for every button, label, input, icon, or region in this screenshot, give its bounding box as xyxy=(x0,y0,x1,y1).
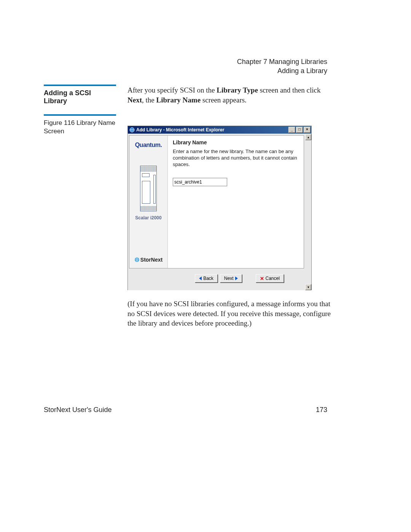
product-logo: StorNext xyxy=(129,257,167,263)
cancel-label: Cancel xyxy=(266,276,280,281)
titlebar: Add Library - Microsoft Internet Explore… xyxy=(128,126,311,134)
next-arrow-icon xyxy=(235,276,238,280)
minimize-button[interactable]: _ xyxy=(288,127,295,133)
intro-text-1: After you specify SCSI on the xyxy=(127,86,217,94)
cancel-button[interactable]: ✕ Cancel xyxy=(256,274,284,283)
library-name-input[interactable] xyxy=(173,178,227,186)
sidebar: Quantum. Scalar i2000 StorNext xyxy=(129,136,168,268)
pane-description: Enter a name for the new library. The na… xyxy=(173,149,298,168)
window-title: Add Library - Microsoft Internet Explore… xyxy=(136,127,224,133)
section-line: Adding a Library xyxy=(237,66,327,75)
intro-text-3: , the xyxy=(142,96,156,104)
chapter-line: Chapter 7 Managing Libraries xyxy=(237,57,327,66)
page-footer: StorNext User's Guide 173 xyxy=(44,406,327,414)
intro-bold-library-type: Library Type xyxy=(217,86,258,94)
scroll-down-button[interactable]: ▾ xyxy=(305,284,311,290)
product-name: StorNext xyxy=(140,257,162,263)
post-paragraph: (If you have no SCSI libraries configure… xyxy=(127,299,333,328)
figure-caption: Figure 116 Library Name Screen xyxy=(44,114,116,136)
intro-paragraph: After you specify SCSI on the Library Ty… xyxy=(127,85,329,105)
next-label: Next xyxy=(224,276,234,281)
ie-icon xyxy=(129,127,135,133)
footer-left: StorNext User's Guide xyxy=(44,406,112,414)
intro-bold-library-name: Library Name xyxy=(156,96,201,104)
close-button[interactable]: × xyxy=(304,127,311,133)
next-button[interactable]: Next xyxy=(220,274,242,283)
globe-icon xyxy=(134,257,140,262)
pane-title: Library Name xyxy=(173,139,298,145)
section-title: Adding a SCSI Library xyxy=(44,85,116,105)
maximize-button[interactable]: □ xyxy=(296,127,303,133)
content-area: ▴ ▾ Quantum. Scalar i2000 xyxy=(128,134,311,290)
main-pane: Library Name Enter a name for the new li… xyxy=(167,136,304,268)
brand-logo: Quantum. xyxy=(129,142,167,149)
back-button[interactable]: Back xyxy=(195,274,218,283)
page-header: Chapter 7 Managing Libraries Adding a Li… xyxy=(237,57,327,76)
device-illustration xyxy=(140,166,157,211)
back-arrow-icon xyxy=(199,276,202,280)
intro-bold-next: Next xyxy=(127,96,142,104)
back-label: Back xyxy=(203,276,213,281)
button-row: Back Next ✕ Cancel xyxy=(129,274,304,283)
cancel-x-icon: ✕ xyxy=(260,276,264,281)
intro-text-4: screen appears. xyxy=(201,96,247,104)
footer-right: 173 xyxy=(316,406,327,414)
screenshot-window: Add Library - Microsoft Internet Explore… xyxy=(127,126,312,290)
device-label: Scalar i2000 xyxy=(129,215,167,220)
inner-frame: Quantum. Scalar i2000 StorNext xyxy=(129,135,304,268)
scroll-up-button[interactable]: ▴ xyxy=(305,134,311,140)
intro-text-2: screen and then click xyxy=(258,86,321,94)
